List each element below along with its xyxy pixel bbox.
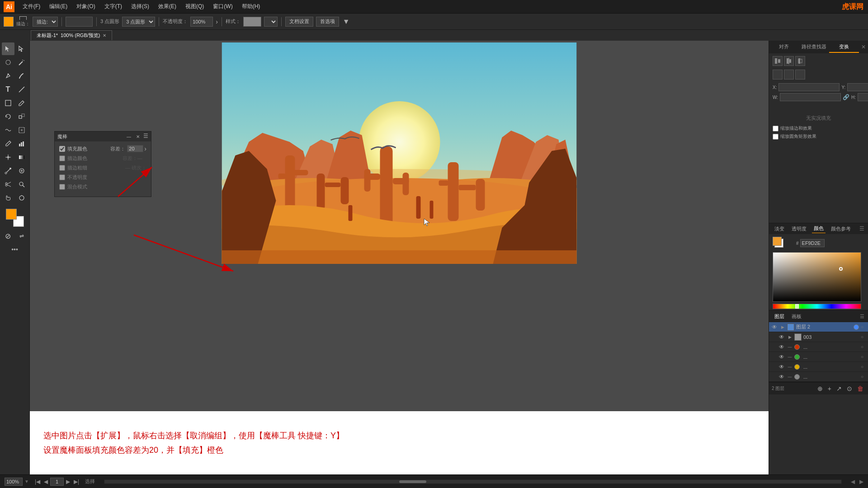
color-tab-gradient[interactable]: 淡变	[773, 225, 786, 233]
align-icon-1[interactable]	[773, 56, 783, 66]
tab-align[interactable]: 对齐	[769, 42, 799, 53]
first-page-btn[interactable]: |◀	[33, 478, 42, 486]
preferences-button[interactable]: 首选项	[316, 17, 339, 27]
color-tab-color[interactable]: 颜色	[812, 224, 826, 233]
brush-style-select[interactable]: 描边:	[33, 17, 58, 27]
type-tool[interactable]: T	[2, 83, 14, 96]
layer-lock-0[interactable]: ○	[861, 324, 866, 330]
hex-input[interactable]	[800, 239, 825, 247]
scale-tool[interactable]	[15, 110, 28, 123]
zoom-down-icon[interactable]: ▼	[24, 479, 29, 484]
color-spectrum[interactable]	[773, 252, 861, 302]
rect-tool[interactable]	[2, 97, 14, 109]
fill-none[interactable]: ⊘	[2, 230, 14, 242]
align-icon-2[interactable]	[784, 56, 794, 66]
layer-vis-0[interactable]: 👁	[771, 324, 778, 331]
blend-mode-checkbox[interactable]	[59, 184, 65, 190]
menu-select[interactable]: 选择(S)	[127, 2, 153, 11]
layer-item-2[interactable]: 👁 — ... ○	[769, 342, 868, 352]
more-tools-btn[interactable]: •••	[9, 243, 21, 256]
layer-item-4[interactable]: 👁 — ... ○	[769, 362, 868, 372]
layer-expand-5[interactable]: —	[787, 374, 793, 380]
layer-expand-1[interactable]: ▶	[787, 334, 793, 340]
lasso-tool[interactable]	[2, 56, 14, 69]
scale-stroke-checkbox[interactable]	[773, 126, 778, 131]
last-page-btn[interactable]: ▶|	[72, 478, 80, 486]
menu-help[interactable]: 帮助(H)	[238, 2, 264, 11]
panel-close-btn[interactable]: ✕	[134, 133, 142, 140]
template-layer-btn[interactable]: ⊙	[845, 384, 854, 393]
dist-icon-3[interactable]	[795, 70, 805, 80]
toolbar-options-icon[interactable]: ▼	[343, 18, 350, 26]
layer-expand-0[interactable]: ▶	[780, 324, 785, 330]
layer-lock-4[interactable]: ○	[861, 364, 866, 370]
scissors-tool[interactable]	[2, 178, 14, 191]
fill-color-checkbox[interactable]	[59, 146, 65, 152]
tab-transform[interactable]: 变换	[829, 42, 859, 53]
pen-tool[interactable]	[2, 70, 14, 82]
graph-tool[interactable]	[15, 137, 28, 150]
hue-slider[interactable]	[795, 304, 799, 309]
layer-lock-3[interactable]: ○	[861, 354, 866, 360]
menu-window[interactable]: 窗口(W)	[209, 2, 236, 11]
align-icon-3[interactable]	[795, 56, 805, 66]
layer-item-0[interactable]: 👁 ▶ 图层 2 ○	[769, 322, 868, 332]
scale-corners-checkbox[interactable]	[773, 134, 778, 140]
layer-expand-2[interactable]: —	[787, 344, 793, 350]
opacity-expand-icon[interactable]: ›	[216, 18, 218, 25]
rotate-tool[interactable]	[2, 110, 14, 123]
artboards-tab[interactable]: 画板	[790, 312, 803, 321]
h-scrollbar[interactable]	[104, 479, 842, 484]
opacity-checkbox[interactable]	[59, 174, 65, 180]
layer-lock-2[interactable]: ○	[861, 344, 866, 350]
fill-color-swatch[interactable]	[4, 17, 14, 27]
dist-icon-2[interactable]	[784, 70, 794, 80]
transform-tool[interactable]	[15, 124, 28, 136]
rotate-view-tool[interactable]	[15, 192, 28, 204]
tab-pathfinder[interactable]: 路径查找器	[799, 42, 829, 53]
panel-minimize-btn[interactable]: —	[125, 133, 132, 140]
brush-tool[interactable]	[15, 70, 28, 82]
link-icon[interactable]: 🔗	[843, 94, 849, 100]
warp-tool[interactable]	[2, 124, 14, 136]
fg-swatch[interactable]	[773, 237, 782, 246]
menu-effect[interactable]: 效果(E)	[155, 2, 180, 11]
delete-layer-btn[interactable]: 🗑	[855, 384, 865, 393]
make-sublayer-btn[interactable]: ⊕	[816, 384, 825, 393]
line-tool[interactable]	[15, 83, 28, 96]
layer-item-3[interactable]: 👁 — ... ○	[769, 352, 868, 362]
document-tab[interactable]: 未标题-1* 100% (RGB/预览) ✕	[31, 30, 112, 40]
h-input[interactable]	[858, 93, 868, 101]
stroke-color-checkbox[interactable]	[59, 155, 65, 161]
color-panel-menu-icon[interactable]: ☰	[859, 225, 864, 232]
style-swatch[interactable]	[243, 17, 261, 27]
create-layer-btn[interactable]: +	[826, 384, 833, 393]
magic-wand-tool[interactable]	[15, 56, 28, 69]
color-tab-reference[interactable]: 颜色参考	[829, 225, 853, 233]
zoom-input[interactable]	[5, 478, 23, 486]
layer-expand-3[interactable]: —	[787, 354, 793, 360]
doc-settings-button[interactable]: 文档设置	[285, 17, 313, 27]
blend-tool[interactable]	[2, 164, 14, 177]
hue-bar[interactable]	[773, 304, 861, 309]
opacity-input[interactable]	[190, 17, 213, 27]
menu-view[interactable]: 视图(Q)	[182, 2, 208, 11]
menu-object[interactable]: 对象(O)	[73, 2, 99, 11]
pencil-tool[interactable]	[15, 97, 28, 109]
foreground-swatch[interactable]	[6, 209, 17, 220]
prev-page-btn[interactable]: ◀	[42, 478, 49, 486]
menu-file[interactable]: 文件(F)	[19, 2, 44, 11]
y-input[interactable]	[847, 83, 868, 91]
layer-vis-5[interactable]: 👁	[778, 373, 785, 380]
point-style-select[interactable]: 3 点圆形	[122, 17, 155, 27]
direct-select-tool[interactable]	[15, 42, 28, 55]
eyedropper-tool[interactable]	[2, 137, 14, 150]
layer-vis-1[interactable]: 👁	[778, 333, 785, 341]
swap-colors[interactable]: ⇌	[15, 230, 28, 242]
layer-vis-2[interactable]: 👁	[778, 343, 785, 351]
layers-tab[interactable]: 图层	[773, 312, 786, 321]
right-panel-close-icon[interactable]: ✕	[859, 41, 868, 53]
w-input[interactable]	[780, 93, 841, 101]
panel-menu-icon[interactable]: ☰	[143, 133, 148, 140]
menu-text[interactable]: 文字(T)	[101, 2, 126, 11]
